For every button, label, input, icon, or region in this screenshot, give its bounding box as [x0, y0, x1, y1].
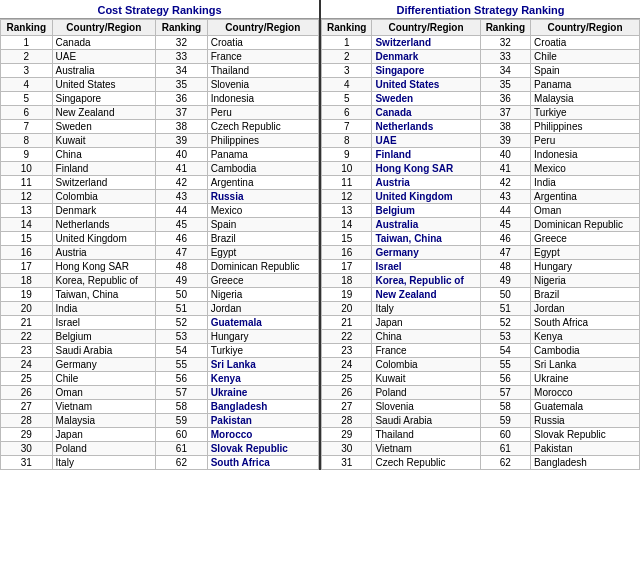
rank-left: 6 [322, 106, 372, 120]
rank-left: 17 [1, 260, 53, 274]
rank-left: 4 [1, 78, 53, 92]
country-right: Cambodia [531, 344, 640, 358]
table-row: 16Austria47Egypt [1, 246, 319, 260]
country-left: Sweden [372, 92, 480, 106]
country-right: Malaysia [531, 92, 640, 106]
country-right: Indonesia [207, 92, 318, 106]
country-left: United States [52, 78, 156, 92]
rank-left: 21 [1, 316, 53, 330]
table-row: 3Singapore34Spain [322, 64, 640, 78]
table-row: 1Canada32Croatia [1, 36, 319, 50]
rank-right: 54 [156, 344, 208, 358]
country-right: Bangladesh [207, 400, 318, 414]
diff-h1: Ranking [322, 20, 372, 36]
table-row: 26Poland57Morocco [322, 386, 640, 400]
country-right: Jordan [531, 302, 640, 316]
country-left: Denmark [52, 204, 156, 218]
rank-right: 34 [480, 64, 530, 78]
country-left: Australia [52, 64, 156, 78]
table-row: 3Australia34Thailand [1, 64, 319, 78]
country-left: Colombia [52, 190, 156, 204]
table-row: 6New Zealand37Peru [1, 106, 319, 120]
table-row: 14Australia45Dominican Republic [322, 218, 640, 232]
rank-right: 44 [156, 204, 208, 218]
rank-left: 11 [322, 176, 372, 190]
rank-right: 62 [480, 456, 530, 470]
rank-right: 60 [480, 428, 530, 442]
rank-right: 38 [156, 120, 208, 134]
table-row: 30Poland61Slovak Republic [1, 442, 319, 456]
rank-right: 42 [480, 176, 530, 190]
cost-table-body: 1Canada32Croatia2UAE33France3Australia34… [1, 36, 319, 470]
country-right: Croatia [207, 36, 318, 50]
table-row: 13Belgium44Oman [322, 204, 640, 218]
country-left: Korea, Republic of [52, 274, 156, 288]
diff-strategy-title: Differentiation Strategy Ranking [321, 0, 640, 19]
country-right: Philippines [207, 134, 318, 148]
rank-left: 10 [1, 162, 53, 176]
table-row: 18Korea, Republic of49Greece [1, 274, 319, 288]
rank-left: 7 [1, 120, 53, 134]
table-row: 10Finland41Cambodia [1, 162, 319, 176]
country-right: Thailand [207, 64, 318, 78]
rank-right: 40 [480, 148, 530, 162]
rank-right: 39 [156, 134, 208, 148]
rank-left: 22 [1, 330, 53, 344]
table-row: 28Malaysia59Pakistan [1, 414, 319, 428]
table-row: 9Finland40Indonesia [322, 148, 640, 162]
country-right: Sri Lanka [207, 358, 318, 372]
rank-right: 48 [480, 260, 530, 274]
country-right: Egypt [207, 246, 318, 260]
rank-right: 45 [480, 218, 530, 232]
country-left: Japan [52, 428, 156, 442]
rank-left: 16 [1, 246, 53, 260]
rank-right: 49 [156, 274, 208, 288]
rank-right: 46 [156, 232, 208, 246]
country-left: Italy [52, 456, 156, 470]
country-right: Brazil [207, 232, 318, 246]
country-left: Thailand [372, 428, 480, 442]
country-right: Spain [207, 218, 318, 232]
country-left: Poland [52, 442, 156, 456]
diff-strategy-table: Ranking Country/Region Ranking Country/R… [321, 19, 640, 470]
table-row: 7Sweden38Czech Republic [1, 120, 319, 134]
rank-right: 56 [156, 372, 208, 386]
cost-strategy-title: Cost Strategy Rankings [0, 0, 319, 19]
country-right: Bangladesh [531, 456, 640, 470]
country-right: Argentina [207, 176, 318, 190]
country-right: Guatemala [531, 400, 640, 414]
country-right: Kenya [207, 372, 318, 386]
table-row: 2Denmark33Chile [322, 50, 640, 64]
country-right: Oman [531, 204, 640, 218]
rank-right: 51 [480, 302, 530, 316]
rank-left: 25 [322, 372, 372, 386]
country-right: Morocco [531, 386, 640, 400]
country-right: Croatia [531, 36, 640, 50]
rank-right: 41 [156, 162, 208, 176]
country-left: Finland [52, 162, 156, 176]
table-row: 22China53Kenya [322, 330, 640, 344]
country-left: Saudi Arabia [372, 414, 480, 428]
rank-right: 47 [156, 246, 208, 260]
rank-left: 7 [322, 120, 372, 134]
cost-h4: Country/Region [207, 20, 318, 36]
rank-left: 11 [1, 176, 53, 190]
table-row: 8Kuwait39Philippines [1, 134, 319, 148]
diff-strategy-section: Differentiation Strategy Ranking Ranking… [321, 0, 640, 470]
table-row: 25Chile56Kenya [1, 372, 319, 386]
rank-left: 28 [322, 414, 372, 428]
table-row: 11Austria42India [322, 176, 640, 190]
cost-h1: Ranking [1, 20, 53, 36]
rank-left: 29 [1, 428, 53, 442]
rank-right: 55 [156, 358, 208, 372]
rank-right: 42 [156, 176, 208, 190]
country-right: Argentina [531, 190, 640, 204]
country-left: India [52, 302, 156, 316]
cost-h3: Ranking [156, 20, 208, 36]
country-right: Mexico [531, 162, 640, 176]
rank-left: 21 [322, 316, 372, 330]
country-left: Poland [372, 386, 480, 400]
country-right: Dominican Republic [531, 218, 640, 232]
rank-left: 30 [322, 442, 372, 456]
country-right: Spain [531, 64, 640, 78]
